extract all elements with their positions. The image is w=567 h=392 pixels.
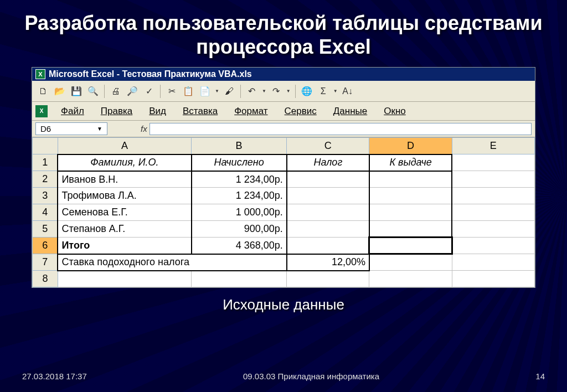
new-file-icon[interactable]: 🗋 [35,84,51,99]
cell-e3[interactable] [452,188,534,204]
column-header-row: A B C D E [33,138,535,154]
cell-rate-value[interactable]: 12,00% [287,254,369,271]
cell-total-label[interactable]: Итого [58,238,191,254]
save-icon[interactable]: 💾 [69,84,84,99]
row-header-7[interactable]: 7 [33,254,58,271]
cell-rate-label[interactable]: Ставка подоходного налога [58,254,286,271]
spellcheck-icon[interactable]: ✓ [141,84,157,99]
cell-tax[interactable] [287,188,369,204]
cell-e8[interactable] [452,271,534,287]
redo-dropdown-icon[interactable]: ▼ [285,89,292,94]
menu-window[interactable]: Окно [376,104,414,119]
undo-dropdown-icon[interactable]: ▼ [261,89,267,94]
cell-payout[interactable] [369,188,452,204]
row-header-5[interactable]: 5 [33,221,58,238]
row-header-3[interactable]: 3 [33,188,58,204]
cell-tax[interactable] [287,221,369,238]
col-header-e[interactable]: E [452,138,534,154]
cell-b8[interactable] [192,271,287,287]
autosum-dropdown-icon[interactable]: ▼ [332,89,339,94]
row-header-4[interactable]: 4 [33,204,58,221]
excel-menu-icon[interactable]: X [35,105,48,117]
toolbar-separator [160,85,161,98]
table-row-rate: 7 Ставка подоходного налога 12,00% [33,254,535,271]
cell-accrued[interactable]: 1 234,00р. [192,171,287,188]
name-box-value: D6 [40,124,51,133]
formula-input[interactable] [150,123,532,135]
col-header-d[interactable]: D [369,138,452,154]
menu-insert[interactable]: Вставка [175,104,225,119]
cell-d7[interactable] [369,254,452,271]
standard-toolbar: 🗋 📂 💾 🔍 🖨 🔎 ✓ ✂ 📋 📄 ▼ 🖌 ↶ ▼ ↷ ▼ 🌐 Σ ▼ A↓ [32,81,535,102]
name-box[interactable]: D6 ▼ [35,122,107,135]
row-header-8[interactable]: 8 [33,271,58,287]
hyperlink-icon[interactable]: 🌐 [299,84,315,99]
menu-view[interactable]: Вид [141,104,174,119]
cell-total-tax[interactable] [287,238,369,254]
cell-total-payout-selected[interactable] [369,238,452,254]
menu-edit[interactable]: Правка [93,104,140,119]
sort-icon[interactable]: A↓ [340,84,355,99]
cell-tax[interactable] [287,204,369,221]
cut-icon[interactable]: ✂ [164,84,179,99]
cell-tax[interactable] [287,171,369,188]
cell-d8[interactable] [369,271,452,287]
spreadsheet-grid: A B C D E 1 Фамилия, И.О. Начислено Нало… [32,137,535,287]
cell-e4[interactable] [452,204,534,221]
col-header-c[interactable]: C [287,138,369,154]
cell-name[interactable]: Степанов А.Г. [58,221,191,238]
open-file-icon[interactable]: 📂 [52,84,68,99]
cell-c8[interactable] [287,271,369,287]
cell-e6[interactable] [452,238,534,254]
fx-label[interactable]: fx [141,124,147,133]
header-accrued[interactable]: Начислено [192,154,287,171]
cell-accrued[interactable]: 1 000,00р. [192,204,287,221]
header-payout[interactable]: К выдаче [369,154,452,171]
cell-e7[interactable] [452,254,534,271]
print-icon[interactable]: 🖨 [108,84,123,99]
cell-accrued[interactable]: 1 234,00р. [192,188,287,204]
row-header-1[interactable]: 1 [33,154,58,171]
cell-payout[interactable] [369,204,452,221]
footer-page: 14 [535,372,545,381]
row-header-2[interactable]: 2 [33,171,58,188]
name-box-dropdown-icon[interactable]: ▼ [97,126,102,132]
cell-payout[interactable] [369,221,452,238]
footer-center: 09.03.03 Прикладная информатика [243,372,379,381]
header-name[interactable]: Фамилия, И.О. [58,154,191,171]
menu-file[interactable]: Файл [53,104,92,119]
cell-e1[interactable] [452,154,534,171]
header-tax[interactable]: Налог [287,154,369,171]
autosum-icon[interactable]: Σ [316,84,331,99]
row-header-6[interactable]: 6 [33,238,58,254]
toolbar-separator [295,85,296,98]
window-title-text: Microsoft Excel - Тестовая Практикума VB… [49,69,252,79]
menu-format[interactable]: Формат [226,104,275,119]
select-all-corner[interactable] [33,138,58,154]
col-header-b[interactable]: B [192,138,287,154]
cell-accrued[interactable]: 900,00р. [192,221,287,238]
format-painter-icon[interactable]: 🖌 [221,84,237,99]
slide-title: Разработка пользовательской таблицы сред… [22,11,545,59]
menu-tools[interactable]: Сервис [277,104,324,119]
redo-icon[interactable]: ↷ [269,84,284,99]
cell-name[interactable]: Иванов В.Н. [58,171,191,188]
print-preview-icon[interactable]: 🔎 [125,84,140,99]
copy-icon[interactable]: 📋 [181,84,196,99]
paste-dropdown-icon[interactable]: ▼ [214,89,220,94]
col-header-a[interactable]: A [58,138,191,154]
paste-icon[interactable]: 📄 [197,84,213,99]
permission-icon[interactable]: 🔍 [85,84,101,99]
table-row-total: 6 Итого 4 368,00р. [33,238,535,254]
cell-total-value[interactable]: 4 368,00р. [192,238,287,254]
cell-payout[interactable] [369,171,452,188]
cell-name[interactable]: Трофимова Л.А. [58,188,191,204]
table-row: 4 Семенова Е.Г. 1 000,00р. [33,204,535,221]
cell-e2[interactable] [452,171,534,188]
cell-e5[interactable] [452,221,534,238]
cell-a8[interactable] [58,271,191,287]
table-row: 5 Степанов А.Г. 900,00р. [33,221,535,238]
menu-data[interactable]: Данные [326,104,375,119]
cell-name[interactable]: Семенова Е.Г. [58,204,191,221]
undo-icon[interactable]: ↶ [244,84,260,99]
